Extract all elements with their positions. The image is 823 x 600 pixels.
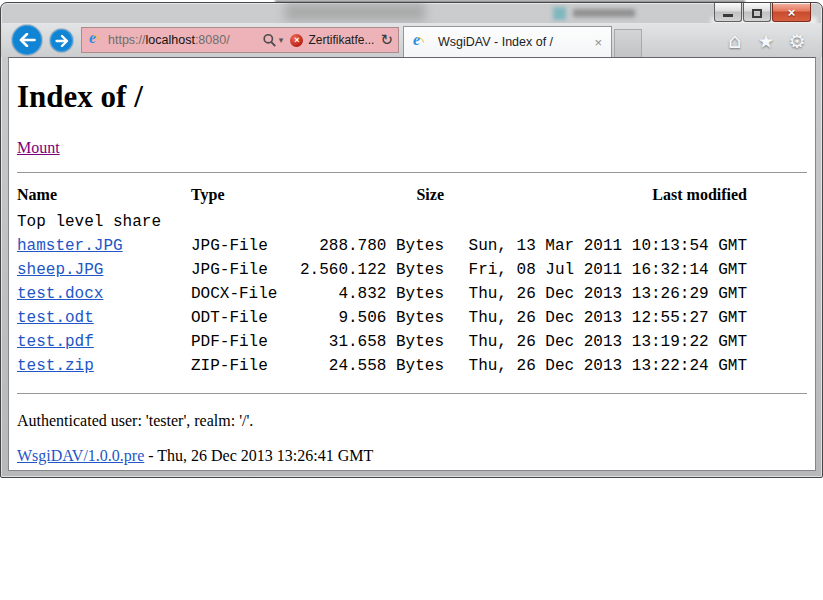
title-bar[interactable] [1,3,822,23]
refresh-button[interactable]: ↻ [380,33,393,48]
table-note-row: Top level share [17,210,747,234]
maximize-icon [752,9,762,18]
file-modified: Sun, 13 Mar 2011 10:13:54 GMT [444,234,747,258]
file-modified: Thu, 26 Dec 2013 13:19:22 GMT [444,330,747,354]
glass-blur-blob [285,3,425,21]
minimize-button[interactable] [714,3,742,22]
maximize-button[interactable] [743,3,771,22]
file-link[interactable]: sheep.JPG [17,261,103,279]
gear-icon: ⚙ [788,30,805,52]
certificate-error-icon: × [290,34,303,47]
column-header-last-modified: Last modified [444,186,747,210]
file-modified: Thu, 26 Dec 2013 12:55:27 GMT [444,306,747,330]
star-icon: ★ [757,30,774,52]
file-modified: Thu, 26 Dec 2013 13:22:24 GMT [444,354,747,378]
tools-button[interactable]: ⚙ [785,29,809,53]
mount-line: Mount [17,139,807,157]
file-link[interactable]: test.docx [17,285,103,303]
home-icon: ⌂ [728,29,741,53]
table-row: test.pdf PDF-File 31.658 Bytes Thu, 26 D… [17,330,747,354]
share-note: Top level share [17,210,747,234]
file-modified: Fri, 08 Jul 2011 16:32:14 GMT [444,258,747,282]
file-size: 288.780 Bytes [291,234,444,258]
file-size: 24.558 Bytes [291,354,444,378]
glass-blur-blob [553,7,566,20]
address-bar[interactable]: e https://localhost:8080/ ▾ × Zertifikat… [81,27,399,53]
tab-title: WsgiDAV - Index of / [438,35,592,49]
url-scheme: https:// [108,33,146,47]
file-size: 9.506 Bytes [291,306,444,330]
favorites-button[interactable]: ★ [754,29,778,53]
window-controls: × [714,3,812,23]
divider [17,393,807,394]
file-modified: Thu, 26 Dec 2013 13:26:29 GMT [444,282,747,306]
table-header-row: Name Type Size Last modified [17,186,747,210]
close-button[interactable]: × [772,3,811,22]
table-row: test.docx DOCX-File 4.832 Bytes Thu, 26 … [17,282,747,306]
browser-window: × e https://localhost:8080/ [0,2,823,478]
file-type: JPG-File [191,258,291,282]
file-type: ODT-File [191,306,291,330]
glass-blur-blob [573,9,635,17]
navigation-bar: e https://localhost:8080/ ▾ × Zertifikat… [1,23,822,57]
page-title: Index of / [17,79,807,115]
table-row: hamster.JPG JPG-File 288.780 Bytes Sun, … [17,234,747,258]
table-row: test.zip ZIP-File 24.558 Bytes Thu, 26 D… [17,354,747,378]
table-row: test.odt ODT-File 9.506 Bytes Thu, 26 De… [17,306,747,330]
certificate-error-label: Zertifikatfe... [308,33,374,47]
mount-link[interactable]: Mount [17,139,60,156]
tab-close-button[interactable]: × [592,36,604,49]
forward-button[interactable] [50,29,73,52]
file-size: 2.560.122 Bytes [291,258,444,282]
column-header-type: Type [191,186,291,210]
file-type: JPG-File [191,234,291,258]
column-header-size: Size [291,186,444,210]
url-port-path: :8080/ [195,33,230,47]
column-header-name: Name [17,186,191,210]
search-icon [262,33,277,48]
certificate-error-button[interactable]: × Zertifikatfe... [290,33,374,47]
file-type: ZIP-File [191,354,291,378]
command-icons: ⌂ ★ ⚙ [723,29,809,53]
directory-listing-table: Name Type Size Last modified Top level s… [17,186,747,378]
file-link[interactable]: test.pdf [17,333,94,351]
refresh-icon: ↻ [380,31,393,49]
url-host: localhost [146,33,195,47]
file-type: DOCX-File [191,282,291,306]
wsgidav-version-link[interactable]: WsgiDAV/1.0.0.pre [17,447,144,464]
footer-timestamp: - Thu, 26 Dec 2013 13:26:41 GMT [144,447,373,464]
tab-favicon: e [411,34,427,50]
file-size: 4.832 Bytes [291,282,444,306]
tab-wsgidav[interactable]: e WsgiDAV - Index of / × [403,26,612,57]
search-button[interactable]: ▾ [262,33,284,48]
file-size: 31.658 Bytes [291,330,444,354]
forward-arrow-icon [55,35,69,47]
table-row: sheep.JPG JPG-File 2.560.122 Bytes Fri, … [17,258,747,282]
footer-line: WsgiDAV/1.0.0.pre - Thu, 26 Dec 2013 13:… [17,447,807,465]
back-button[interactable] [12,25,42,55]
url-text: https://localhost:8080/ [108,33,230,47]
ie-favicon: e [87,32,103,48]
close-icon: × [788,6,796,19]
file-type: PDF-File [191,330,291,354]
file-link[interactable]: test.zip [17,357,94,375]
divider [17,172,807,173]
back-arrow-icon [19,33,36,47]
minimize-icon [723,14,733,17]
home-button[interactable]: ⌂ [723,29,747,53]
file-link[interactable]: test.odt [17,309,94,327]
chevron-down-icon: ▾ [279,35,284,45]
page-content: Index of / Mount Name Type Size Last mod… [8,57,816,471]
new-tab-button[interactable] [614,29,642,57]
file-link[interactable]: hamster.JPG [17,237,123,255]
auth-status-line: Authenticated user: 'tester', realm: '/'… [17,412,807,430]
